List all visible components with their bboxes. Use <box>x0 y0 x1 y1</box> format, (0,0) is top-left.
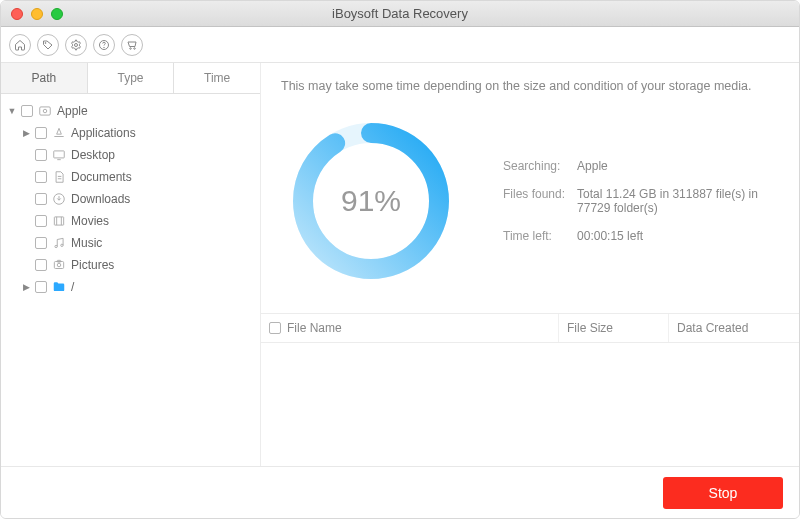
time-left-label: Time left: <box>503 223 575 249</box>
svg-point-5 <box>134 47 136 49</box>
sidebar-tabs: Path Type Time <box>1 63 260 94</box>
searching-value: Apple <box>577 153 777 179</box>
tab-path[interactable]: Path <box>1 63 88 93</box>
window-title: iBoysoft Data Recovery <box>1 6 799 21</box>
searching-label: Searching: <box>503 153 575 179</box>
col-file-size: File Size <box>559 314 669 342</box>
cart-icon[interactable] <box>121 34 143 56</box>
tree-node[interactable]: ▼Apple <box>5 100 256 122</box>
footer: Stop <box>1 466 799 518</box>
tree-label: Downloads <box>71 192 130 206</box>
svg-point-1 <box>75 43 78 46</box>
disk-icon <box>37 104 53 118</box>
svg-point-7 <box>43 109 47 113</box>
tree-checkbox[interactable] <box>35 215 47 227</box>
tree-node[interactable]: Movies <box>5 210 256 232</box>
music-icon <box>51 236 67 250</box>
window-titlebar: iBoysoft Data Recovery <box>1 1 799 27</box>
main-pane: This may take some time depending on the… <box>261 63 799 466</box>
stop-button[interactable]: Stop <box>663 477 783 509</box>
folder-blue-icon <box>51 280 67 294</box>
tree-checkbox[interactable] <box>35 149 47 161</box>
tree-checkbox[interactable] <box>35 237 47 249</box>
tree-label: / <box>71 280 74 294</box>
tree-checkbox[interactable] <box>35 127 47 139</box>
files-found-value: Total 11.24 GB in 311887 file(s) in 7772… <box>577 181 777 221</box>
svg-point-4 <box>130 47 132 49</box>
tree-node[interactable]: Downloads <box>5 188 256 210</box>
col-date-created: Data Created <box>669 314 799 342</box>
file-table-body <box>261 343 799 466</box>
scan-stats: Searching: Apple Files found: Total 11.2… <box>501 151 779 251</box>
tree-node[interactable]: Pictures <box>5 254 256 276</box>
status-note: This may take some time depending on the… <box>281 79 779 93</box>
tree-label: Desktop <box>71 148 115 162</box>
doc-icon <box>51 170 67 184</box>
time-left-value: 00:00:15 left <box>577 223 777 249</box>
tree-checkbox[interactable] <box>35 281 47 293</box>
files-found-label: Files found: <box>503 181 575 221</box>
tree-checkbox[interactable] <box>21 105 33 117</box>
sidebar: Path Type Time ▼Apple▶ApplicationsDeskto… <box>1 63 261 466</box>
tag-icon[interactable] <box>37 34 59 56</box>
tab-type[interactable]: Type <box>88 63 175 93</box>
picture-icon <box>51 258 67 272</box>
tree-label: Music <box>71 236 102 250</box>
home-icon[interactable] <box>9 34 31 56</box>
progress-ring: 91% <box>281 111 461 291</box>
svg-point-12 <box>61 244 63 246</box>
tree-node[interactable]: Desktop <box>5 144 256 166</box>
app-icon <box>51 126 67 140</box>
col-file-name: File Name <box>287 321 342 335</box>
select-all-checkbox[interactable] <box>269 322 281 334</box>
tree-node[interactable]: ▶/ <box>5 276 256 298</box>
tree-label: Documents <box>71 170 132 184</box>
toolbar <box>1 27 799 63</box>
tree-checkbox[interactable] <box>35 193 47 205</box>
help-icon[interactable] <box>93 34 115 56</box>
expand-arrow-icon[interactable]: ▶ <box>21 282 31 292</box>
svg-rect-8 <box>54 151 65 158</box>
svg-rect-10 <box>54 217 63 225</box>
progress-percent: 91% <box>281 111 461 291</box>
expand-arrow-icon[interactable]: ▼ <box>7 106 17 116</box>
tree-node[interactable]: Music <box>5 232 256 254</box>
svg-point-11 <box>55 245 57 247</box>
expand-arrow-icon[interactable]: ▶ <box>21 128 31 138</box>
tree-label: Applications <box>71 126 136 140</box>
tree-label: Movies <box>71 214 109 228</box>
download-icon <box>51 192 67 206</box>
movie-icon <box>51 214 67 228</box>
tab-time[interactable]: Time <box>174 63 260 93</box>
tree-node[interactable]: Documents <box>5 166 256 188</box>
file-table-header: File Name File Size Data Created <box>261 313 799 343</box>
gear-icon[interactable] <box>65 34 87 56</box>
tree-label: Pictures <box>71 258 114 272</box>
svg-rect-6 <box>40 107 51 115</box>
file-tree: ▼Apple▶ApplicationsDesktopDocumentsDownl… <box>1 94 260 466</box>
tree-checkbox[interactable] <box>35 259 47 271</box>
svg-point-0 <box>45 42 46 43</box>
tree-node[interactable]: ▶Applications <box>5 122 256 144</box>
tree-checkbox[interactable] <box>35 171 47 183</box>
desktop-icon <box>51 148 67 162</box>
tree-label: Apple <box>57 104 88 118</box>
svg-point-3 <box>104 47 105 48</box>
svg-point-14 <box>57 263 61 267</box>
